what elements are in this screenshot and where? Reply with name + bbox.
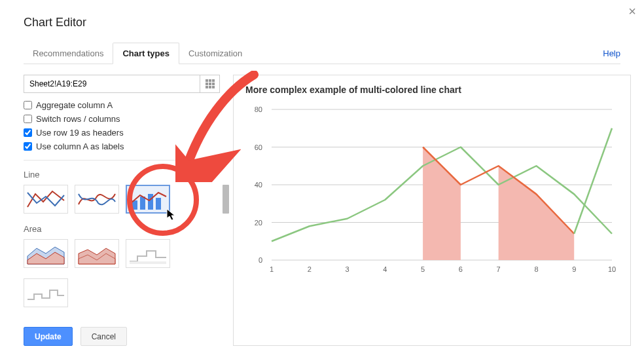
tab-customization[interactable]: Customization [179,43,251,64]
data-range-field [24,75,220,93]
labels-checkbox[interactable] [24,142,32,151]
switch-checkbox[interactable] [24,115,32,123]
dialog-footer: Update Cancel [24,327,220,346]
svg-rect-3 [156,198,161,210]
line-thumbs [24,185,220,214]
update-button[interactable]: Update [24,327,73,346]
x-tick-label: 3 [345,265,349,273]
x-tick-label: 8 [534,265,538,273]
svg-rect-8 [130,261,166,264]
chart-type-area-step2[interactable] [24,278,68,307]
data-options: Aggregate column A Switch rows / columns… [24,98,220,153]
svg-rect-2 [148,194,153,210]
y-tick-label: 80 [255,105,262,113]
labels-label: Use column A as labels [36,142,124,151]
chart-type-line-smooth[interactable] [75,185,119,214]
close-icon[interactable]: × [628,4,636,19]
y-tick-label: 20 [255,219,262,227]
chart-editor-dialog: Chart Editor Recommendations Chart types… [0,0,644,356]
chart-type-area-basic[interactable] [24,239,68,268]
group-label-area: Area [24,224,220,234]
x-tick-label: 10 [608,265,616,273]
aggregate-checkbox[interactable] [24,101,32,109]
chart-title: More complex example of multi-colored li… [245,85,618,95]
group-label-line: Line [24,170,220,180]
tab-row: Recommendations Chart types Customizatio… [24,43,620,64]
chart-type-line-basic[interactable] [24,185,68,214]
help-link[interactable]: Help [603,48,620,64]
x-tick-label: 9 [572,265,576,273]
series-green2 [574,128,612,234]
area-thumbs-row1 [24,239,220,268]
left-panel: Aggregate column A Switch rows / columns… [24,75,220,346]
area-thumbs-row2 [24,278,220,307]
headers-label: Use row 19 as headers [36,128,124,138]
tab-recommendations[interactable]: Recommendations [24,43,113,64]
y-tick-label: 40 [255,181,262,189]
tab-chart-types[interactable]: Chart types [113,43,179,64]
x-tick-label: 1 [270,265,274,273]
y-tick-label: 60 [255,143,262,151]
dialog-title: Chart Editor [24,16,620,29]
y-tick-label: 0 [259,256,262,264]
x-tick-label: 4 [383,265,387,273]
chart-preview-panel: More complex example of multi-colored li… [233,75,631,346]
data-range-input[interactable] [24,75,200,92]
x-tick-label: 2 [308,265,312,273]
thumbs-scrollbar[interactable] [223,185,229,214]
chart-type-area-step[interactable] [126,239,170,268]
headers-checkbox[interactable] [24,128,32,137]
chart-plot-area: 02040608012345678910 [265,105,618,277]
chart-svg: 02040608012345678910 [265,105,618,277]
aggregate-label: Aggregate column A [36,100,113,110]
select-range-button[interactable] [200,75,219,92]
aggregate-checkbox-row[interactable]: Aggregate column A [24,98,220,112]
switch-label: Switch rows / columns [36,114,120,124]
headers-checkbox-row[interactable]: Use row 19 as headers [24,126,220,140]
x-tick-label: 5 [421,265,425,273]
chart-type-combo[interactable] [126,185,170,214]
shaded-region [423,147,461,261]
x-tick-label: 7 [497,265,501,273]
labels-checkbox-row[interactable]: Use column A as labels [24,140,220,153]
cancel-button[interactable]: Cancel [80,327,127,346]
grid-icon [206,79,215,88]
switch-checkbox-row[interactable]: Switch rows / columns [24,112,220,126]
shaded-region [499,166,575,260]
x-tick-label: 6 [459,265,463,273]
chart-type-area-stacked[interactable] [75,239,119,268]
